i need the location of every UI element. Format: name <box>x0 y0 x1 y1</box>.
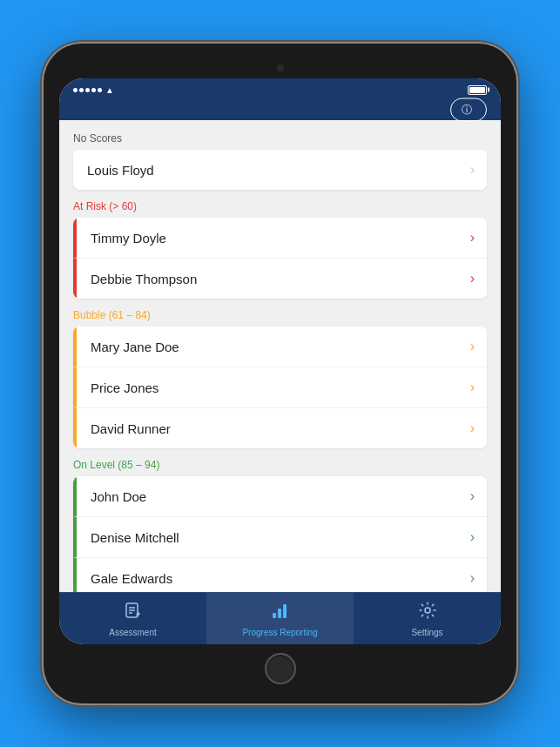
chevron-right-icon: › <box>470 421 475 436</box>
student-item[interactable]: Louis Floyd› <box>73 150 487 190</box>
student-item[interactable]: Price Jones› <box>73 367 487 408</box>
student-name: Denise Mitchell <box>91 530 179 545</box>
camera-area <box>59 59 501 78</box>
student-group-no-scores: Louis Floyd› <box>73 150 487 190</box>
student-name: David Runner <box>91 421 171 436</box>
section-label-on-level: On Level (85 – 94) <box>73 459 487 471</box>
student-name: Timmy Doyle <box>91 231 166 246</box>
section-label-no-scores: No Scores <box>73 132 487 145</box>
app-header: ⓘ <box>59 99 501 120</box>
tab-bar: AssessmentProgress ReportingSettings <box>59 592 501 644</box>
student-name: Louis Floyd <box>87 163 154 178</box>
student-name: Debbie Thompson <box>91 272 197 286</box>
home-button[interactable] <box>265 653 296 684</box>
tab-label-progress-reporting: Progress Reporting <box>242 628 317 637</box>
status-bar: ▲ <box>59 78 501 99</box>
student-name: Gale Edwards <box>91 571 172 586</box>
svg-point-7 <box>425 608 430 613</box>
student-item[interactable]: Denise Mitchell› <box>73 517 487 558</box>
tab-assessment[interactable]: Assessment <box>59 593 206 644</box>
svg-rect-4 <box>273 613 276 618</box>
student-name: John Doe <box>91 489 146 504</box>
signal-dots <box>73 88 102 92</box>
help-button[interactable]: ⓘ <box>450 98 487 122</box>
student-item[interactable]: John Doe› <box>73 476 487 517</box>
assessment-icon <box>124 601 143 624</box>
student-name: Mary Jane Doe <box>91 340 179 354</box>
device-frame: ▲ ⓘ No ScoresLouis Floyd›At Risk (> 60)T… <box>44 44 516 703</box>
student-item[interactable]: David Runner› <box>73 408 487 448</box>
help-icon: ⓘ <box>462 103 472 118</box>
student-name: Price Jones <box>91 380 159 395</box>
student-group-bubble: Mary Jane Doe›Price Jones›David Runner› <box>73 326 487 448</box>
progress-reporting-icon <box>271 601 290 624</box>
device-screen: ▲ ⓘ No ScoresLouis Floyd›At Risk (> 60)T… <box>59 78 501 644</box>
chevron-right-icon: › <box>470 529 475 545</box>
battery-icon <box>468 85 487 95</box>
student-item[interactable]: Debbie Thompson› <box>73 259 487 299</box>
chevron-right-icon: › <box>470 162 475 178</box>
chevron-right-icon: › <box>470 271 475 286</box>
home-button-area <box>59 644 501 688</box>
tab-settings[interactable]: Settings <box>354 593 501 644</box>
chevron-right-icon: › <box>470 380 475 395</box>
student-group-on-level: John Doe›Denise Mitchell›Gale Edwards› <box>73 476 487 592</box>
svg-rect-5 <box>278 609 281 618</box>
student-item[interactable]: Gale Edwards› <box>73 558 487 592</box>
tab-progress-reporting[interactable]: Progress Reporting <box>206 593 354 644</box>
section-label-bubble: Bubble (61 – 84) <box>73 309 487 321</box>
chevron-right-icon: › <box>470 488 475 504</box>
student-item[interactable]: Timmy Doyle› <box>73 218 487 259</box>
chevron-right-icon: › <box>470 339 475 354</box>
chevron-right-icon: › <box>470 570 475 586</box>
svg-rect-6 <box>283 604 287 618</box>
status-left: ▲ <box>73 85 114 95</box>
status-right <box>464 85 487 95</box>
student-item[interactable]: Mary Jane Doe› <box>73 326 487 367</box>
settings-icon <box>418 601 437 624</box>
wifi-icon: ▲ <box>105 85 114 95</box>
student-group-at-risk: Timmy Doyle›Debbie Thompson› <box>73 218 487 299</box>
tab-label-assessment: Assessment <box>109 628 156 637</box>
tab-label-settings: Settings <box>411 628 442 637</box>
content-area: No ScoresLouis Floyd›At Risk (> 60)Timmy… <box>59 120 501 592</box>
camera <box>277 64 284 71</box>
chevron-right-icon: › <box>470 230 475 246</box>
section-label-at-risk: At Risk (> 60) <box>73 200 487 212</box>
